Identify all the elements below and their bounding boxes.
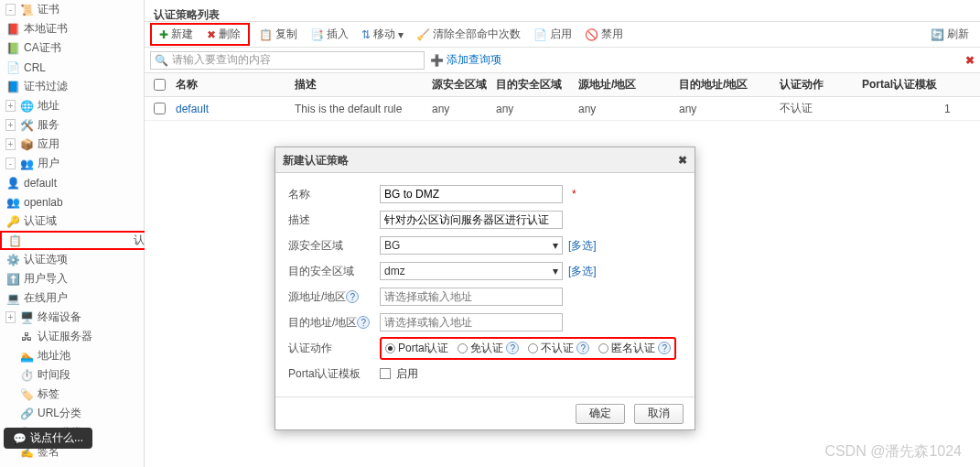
label: 添加查询项: [447, 52, 501, 68]
expand-toggle[interactable]: +: [5, 100, 16, 112]
label: 删除: [219, 27, 241, 42]
expand-toggle[interactable]: +: [5, 138, 16, 150]
chevron-down-icon: ▾: [398, 28, 404, 41]
row-checkbox[interactable]: [154, 103, 166, 114]
help-icon[interactable]: ?: [576, 342, 589, 354]
sidebar-item-crl[interactable]: 📄CRL: [0, 58, 144, 77]
label: 终端设备: [38, 310, 81, 325]
server-icon: 🖧: [19, 330, 34, 344]
book-icon: 📕: [5, 22, 20, 37]
cancel-button[interactable]: 取消: [634, 404, 684, 424]
dialog-footer: 确定 取消: [275, 396, 695, 429]
col-action[interactable]: 认证动作: [774, 77, 856, 92]
saddr-input[interactable]: [380, 288, 563, 306]
enable-button[interactable]: 📄启用: [528, 25, 577, 44]
dialog-header[interactable]: 新建认证策略 ✖: [275, 147, 695, 173]
ok-button[interactable]: 确定: [576, 404, 625, 424]
tpl-enable-checkbox[interactable]: [380, 368, 391, 379]
sidebar-group-term[interactable]: +🖥️终端设备: [0, 308, 144, 327]
insert-button[interactable]: 📑插入: [305, 25, 354, 44]
sidebar-item-default[interactable]: 👤default: [0, 173, 144, 192]
sidebar-group-addr[interactable]: +🌐地址: [0, 96, 144, 115]
help-icon[interactable]: ?: [346, 290, 359, 303]
sidebar-group-app[interactable]: +📦应用: [0, 135, 144, 154]
col-daddr[interactable]: 目的地址/地区: [673, 77, 774, 92]
dsec-select[interactable]: dmz▾: [380, 262, 563, 280]
label-saddr: 源地址/地区?: [288, 289, 380, 305]
col-dsec[interactable]: 目的安全区域: [490, 77, 573, 92]
radio-anon[interactable]: 匿名认证?: [598, 341, 671, 356]
search-input[interactable]: 🔍请输入要查询的内容: [150, 51, 425, 70]
sidebar-item-tag[interactable]: 🏷️标签: [0, 385, 144, 404]
sidebar-item-openlab[interactable]: 👥openlab: [0, 192, 144, 212]
expand-toggle[interactable]: -: [5, 4, 16, 16]
chat-icon: 💬: [13, 432, 27, 445]
required-mark: *: [572, 188, 576, 201]
select-all-checkbox[interactable]: [154, 79, 166, 91]
radio-portal[interactable]: Portal认证: [385, 341, 448, 356]
label-desc: 描述: [288, 212, 380, 228]
sidebar-group-cert[interactable]: - 📜 证书: [0, 0, 144, 19]
cell-action: 不认证: [774, 101, 856, 116]
sidebar-item-cacert[interactable]: 📗CA证书: [0, 38, 144, 58]
daddr-input[interactable]: [380, 313, 563, 331]
sidebar-item-time[interactable]: ⏱️时间段: [0, 365, 144, 385]
sidebar-item-localcert[interactable]: 📕本地证书: [0, 19, 144, 38]
label: 地址池: [38, 348, 70, 364]
label: 刷新: [947, 27, 969, 42]
radio-none[interactable]: 不认证?: [528, 341, 589, 356]
move-button[interactable]: ⇅移动▾: [356, 25, 409, 44]
refresh-button[interactable]: 🔄刷新: [925, 25, 975, 44]
copy-button[interactable]: 📋复制: [253, 25, 303, 44]
desc-input[interactable]: [380, 211, 563, 229]
sidebar-group-svc[interactable]: +🛠️服务: [0, 115, 144, 135]
cell-name[interactable]: default: [170, 103, 289, 115]
label-ssec: 源安全区域: [288, 238, 380, 254]
sidebar-item-authdomain[interactable]: 🔑认证域: [0, 212, 144, 231]
help-icon[interactable]: ?: [658, 342, 671, 354]
close-search-icon[interactable]: ✖: [965, 54, 975, 67]
col-name[interactable]: 名称: [170, 77, 289, 92]
table-header: 名称 描述 源安全区域 目的安全区域 源地址/地区 目的地址/地区 认证动作 P…: [145, 73, 980, 97]
sidebar-item-onlineuser[interactable]: 💻在线用户: [0, 288, 144, 308]
plus-circle-icon: ➕: [430, 54, 444, 67]
scroll-icon: 📜: [19, 3, 34, 17]
expand-toggle[interactable]: +: [5, 119, 16, 131]
sidebar-item-userimport[interactable]: ⬆️用户导入: [0, 269, 144, 288]
sidebar-item-authsrv[interactable]: 🖧认证服务器: [0, 327, 144, 346]
search-icon: 🔍: [155, 54, 168, 67]
col-ssec[interactable]: 源安全区域: [426, 77, 490, 92]
ssec-select[interactable]: BG▾: [380, 236, 563, 255]
new-button[interactable]: ✚新建: [154, 25, 199, 44]
sidebar-group-user[interactable]: -👥用户: [0, 154, 144, 173]
sidebar-item-url[interactable]: 🔗URL分类: [0, 404, 144, 423]
sidebar-item-pool[interactable]: 🏊地址池: [0, 346, 144, 365]
help-icon[interactable]: ?: [357, 316, 370, 329]
multi-link[interactable]: [多选]: [568, 238, 597, 254]
clear-button[interactable]: 🧹清除全部命中次数: [411, 25, 526, 44]
clock-icon: ⏱️: [19, 368, 34, 383]
table-row[interactable]: default This is the default rule any any…: [145, 97, 980, 121]
add-query-link[interactable]: ➕添加查询项: [430, 52, 501, 68]
label: 启用: [396, 366, 418, 382]
radio-free[interactable]: 免认证?: [458, 341, 519, 356]
sidebar-item-authopt[interactable]: ⚙️认证选项: [0, 250, 144, 269]
col-desc[interactable]: 描述: [289, 77, 426, 92]
insert-icon: 📑: [310, 28, 324, 41]
expand-toggle[interactable]: +: [5, 311, 16, 323]
label: 时间段: [38, 367, 70, 383]
col-saddr[interactable]: 源地址/地区: [573, 77, 673, 92]
col-tpl[interactable]: Portal认证模板: [856, 77, 939, 92]
help-icon[interactable]: ?: [506, 342, 519, 354]
feedback-bubble[interactable]: 💬说点什么...: [4, 428, 92, 449]
cell-ssec: any: [426, 103, 490, 115]
expand-toggle[interactable]: -: [5, 157, 16, 169]
disable-icon: 🚫: [585, 28, 598, 41]
delete-button[interactable]: ✖删除: [201, 25, 246, 44]
name-input[interactable]: [380, 185, 563, 203]
sidebar-item-certfilter[interactable]: 📘证书过滤: [0, 77, 144, 96]
pool-icon: 🏊: [19, 349, 34, 364]
multi-link[interactable]: [多选]: [568, 264, 597, 279]
disable-button[interactable]: 🚫禁用: [579, 25, 629, 44]
close-icon[interactable]: ✖: [678, 147, 687, 172]
